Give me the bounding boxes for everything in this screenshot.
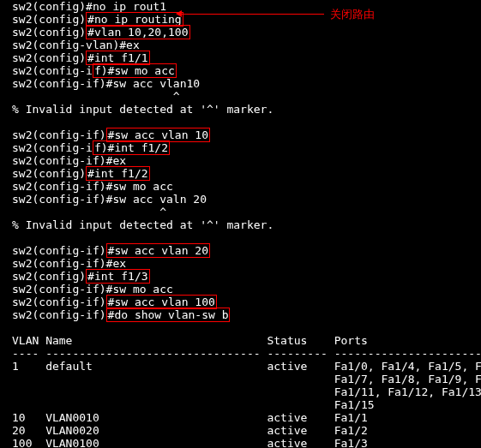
- cli-line: sw2(config-if)#sw mo acc: [12, 64, 481, 77]
- cli-line: sw2(config-vlan)#ex: [12, 39, 481, 51]
- cli-line: sw2(config-if)#sw acc vlan10: [12, 77, 481, 90]
- cli-line: sw2(config)#int f1/1: [12, 51, 481, 64]
- blank-line: [12, 116, 481, 128]
- highlight-box: #int f1/2: [86, 166, 149, 181]
- cli-error: % Invalid input detected at '^' marker.: [12, 103, 481, 116]
- cli-line: sw2(config-if)#sw mo acc: [12, 283, 481, 296]
- table-header: VLAN Name Status Ports: [12, 334, 481, 347]
- cli-line: sw2(config)#vlan 10,20,100: [12, 26, 481, 39]
- table-row: Fa1/15: [12, 398, 481, 411]
- cli-line: sw2(config)#int f1/3: [12, 270, 481, 283]
- cli-line: sw2(config-if)#sw acc vlan 100: [12, 296, 481, 308]
- cli-caret: ^: [12, 90, 481, 103]
- cli-line: sw2(config-if)#sw acc vlan 10: [12, 128, 481, 141]
- blank-line: [12, 321, 481, 334]
- cli-error: % Invalid input detected at '^' marker.: [12, 218, 481, 231]
- highlight-box: #do show vlan-sw b: [106, 308, 231, 322]
- cli-line: sw2(config)#no ip rout1: [12, 0, 481, 13]
- cli-line: sw2(config-if)#sw acc valn 20: [12, 193, 481, 206]
- cli-line: sw2(config-if)#ex: [12, 257, 481, 270]
- table-separator: ---- -------------------------------- --…: [12, 347, 481, 360]
- highlight-box: #sw acc vlan 20: [106, 243, 210, 258]
- highlight-box: f)#int f1/2: [93, 140, 170, 155]
- table-row: 10 VLAN0010 active Fa1/1: [12, 411, 481, 424]
- cli-line: sw2(config-if)#do show vlan-sw b: [12, 308, 481, 321]
- blank-line: [12, 231, 481, 244]
- cli-line: sw2(config-if)#sw mo acc: [12, 180, 481, 193]
- table-row: 1 default active Fa1/0, Fa1/4, Fa1/5, Fa…: [12, 360, 481, 373]
- highlight-box: #int f1/3: [86, 269, 149, 284]
- table-row: 20 VLAN0020 active Fa1/2: [12, 424, 481, 437]
- cli-line: sw2(config-if)#int f1/2: [12, 141, 481, 154]
- cli-line: sw2(config-if)#ex: [12, 154, 481, 167]
- highlight-box: #vlan 10,20,100: [86, 25, 189, 39]
- table-row: 100 VLAN0100 active Fa1/3: [12, 437, 481, 448]
- cli-caret: ^: [12, 206, 481, 218]
- highlight-box: f)#sw mo acc: [93, 63, 177, 78]
- table-row: Fa1/7, Fa1/8, Fa1/9, Fa1/10: [12, 373, 481, 385]
- cli-line: sw2(config-if)#sw acc vlan 20: [12, 244, 481, 257]
- cli-line: sw2(config)#int f1/2: [12, 167, 481, 180]
- table-row: Fa1/11, Fa1/12, Fa1/13, Fa1/14: [12, 385, 481, 398]
- cli-line: sw2(config)#no ip routing: [12, 13, 481, 26]
